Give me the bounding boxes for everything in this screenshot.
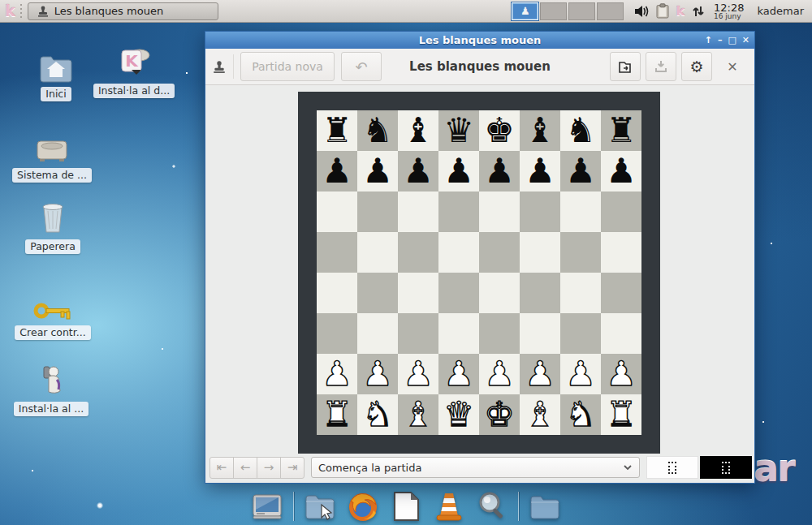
last-move-button[interactable]: ⇥ <box>280 457 304 479</box>
board-square[interactable]: ♛ <box>438 394 479 435</box>
previous-move-button[interactable]: ← <box>233 457 257 479</box>
board-square[interactable] <box>357 191 398 232</box>
volume-icon[interactable] <box>633 4 650 19</box>
board-square[interactable] <box>438 191 479 232</box>
board-square[interactable]: ♟ <box>601 151 641 191</box>
board-square[interactable] <box>398 191 438 232</box>
board-square[interactable]: ♜ <box>317 394 357 435</box>
board-square[interactable]: ♝ <box>520 110 560 151</box>
folder-icon[interactable] <box>528 489 562 523</box>
clipboard-icon[interactable] <box>656 3 669 19</box>
board-square[interactable]: ♟ <box>560 151 601 191</box>
board-square[interactable]: ♟ <box>601 354 641 394</box>
board-square[interactable] <box>357 232 398 273</box>
board-square[interactable] <box>317 313 357 354</box>
save-game-button[interactable] <box>646 52 676 81</box>
board-square[interactable] <box>601 232 641 273</box>
board-square[interactable]: ♟ <box>357 354 398 394</box>
firefox-icon[interactable] <box>346 489 380 523</box>
desktop-icon-trash[interactable]: Paperera <box>14 200 92 254</box>
desktop-icon-k-installer[interactable]: KInstal·la al d... <box>95 44 173 98</box>
preview-board-dark-button[interactable] <box>700 456 752 479</box>
taskbar-window-button[interactable]: Les blanques mouen <box>28 2 218 20</box>
board-square[interactable] <box>520 313 560 354</box>
pager-desktop-4[interactable] <box>597 2 624 20</box>
pager-desktop-1[interactable]: ♟ <box>512 2 538 20</box>
preview-board-light-button[interactable] <box>646 456 698 479</box>
board-square[interactable] <box>560 273 601 313</box>
board-square[interactable]: ♟ <box>398 354 438 394</box>
board-square[interactable] <box>560 313 601 354</box>
board-square[interactable]: ♟ <box>438 354 479 394</box>
board-square[interactable]: ♝ <box>520 394 560 435</box>
board-square[interactable]: ♚ <box>479 394 520 435</box>
settings-button[interactable]: ⚙ <box>681 52 712 81</box>
pager-desktop-2[interactable] <box>540 2 567 20</box>
k-tray-icon[interactable]: k <box>676 5 685 18</box>
board-square[interactable]: ♟ <box>560 354 601 394</box>
board-square[interactable] <box>438 273 479 313</box>
board-square[interactable]: ♚ <box>479 110 520 151</box>
board-square[interactable] <box>317 191 357 232</box>
board-square[interactable] <box>357 273 398 313</box>
window-titlebar[interactable]: Les blanques mouen ↑–□✕ <box>205 32 754 49</box>
board-square[interactable]: ♞ <box>357 394 398 435</box>
board-square[interactable] <box>601 313 641 354</box>
move-list-combobox[interactable]: Comença la partida <box>311 457 640 478</box>
board-square[interactable] <box>479 191 520 232</box>
clock[interactable]: 12:28 16 juny <box>714 2 744 20</box>
k-menu-icon[interactable]: k <box>5 3 15 19</box>
board-square[interactable]: ♟ <box>438 151 479 191</box>
board-square[interactable] <box>520 273 560 313</box>
undo-button[interactable]: ↶ <box>341 52 382 81</box>
close-toolbar-button[interactable]: ✕ <box>717 52 748 81</box>
board-square[interactable] <box>317 273 357 313</box>
desktop-icon-installer-figure[interactable]: Instal·la al ... <box>12 362 90 416</box>
libreoffice-icon[interactable] <box>389 489 423 523</box>
open-game-button[interactable] <box>610 52 641 81</box>
board-square[interactable] <box>479 313 520 354</box>
board-square[interactable]: ♝ <box>398 110 438 151</box>
vlc-icon[interactable] <box>432 489 466 523</box>
board-square[interactable]: ♟ <box>357 151 398 191</box>
close-window-icon[interactable]: ✕ <box>742 36 749 45</box>
first-move-button[interactable]: ⇤ <box>209 457 234 479</box>
new-game-button[interactable]: Partida nova <box>240 52 335 81</box>
desktop-icon-key[interactable]: Crear contr... <box>14 286 92 340</box>
board-square[interactable]: ♞ <box>357 110 398 151</box>
board-square[interactable]: ♞ <box>560 394 601 435</box>
board-square[interactable]: ♟ <box>479 354 520 394</box>
board-square[interactable] <box>357 313 398 354</box>
board-square[interactable]: ♟ <box>398 151 438 191</box>
board-square[interactable]: ♜ <box>601 394 641 435</box>
show-desktop-icon[interactable] <box>250 489 284 523</box>
board-square[interactable] <box>317 232 357 273</box>
board-square[interactable]: ♜ <box>317 110 357 151</box>
file-manager-icon[interactable] <box>303 489 337 523</box>
board-square[interactable] <box>520 232 560 273</box>
board-square[interactable] <box>398 232 438 273</box>
board-square[interactable] <box>601 273 641 313</box>
board-square[interactable] <box>479 232 520 273</box>
board-square[interactable] <box>520 191 560 232</box>
desktop-icon-hard-drive[interactable]: Sistema de ... <box>13 128 91 183</box>
keep-above-window-icon[interactable]: ↑ <box>705 36 712 45</box>
board-square[interactable]: ♜ <box>601 110 641 151</box>
board-square[interactable]: ♟ <box>479 151 520 191</box>
board-square[interactable]: ♝ <box>398 394 438 435</box>
board-square[interactable] <box>438 313 479 354</box>
board-square[interactable] <box>601 191 641 232</box>
next-move-button[interactable]: → <box>257 457 281 479</box>
pager-desktop-3[interactable] <box>568 2 595 20</box>
board-square[interactable] <box>398 273 438 313</box>
board-square[interactable]: ♟ <box>317 151 357 191</box>
board-square[interactable]: ♟ <box>520 354 560 394</box>
maximize-window-icon[interactable]: □ <box>728 36 736 45</box>
board-square[interactable]: ♛ <box>438 110 479 151</box>
desktop-icon-home-folder[interactable]: Inici <box>17 47 95 101</box>
search-icon[interactable] <box>475 489 509 523</box>
board-square[interactable] <box>438 232 479 273</box>
board-square[interactable] <box>479 273 520 313</box>
board-square[interactable]: ♟ <box>520 151 560 191</box>
minimize-window-icon[interactable]: – <box>718 36 723 45</box>
